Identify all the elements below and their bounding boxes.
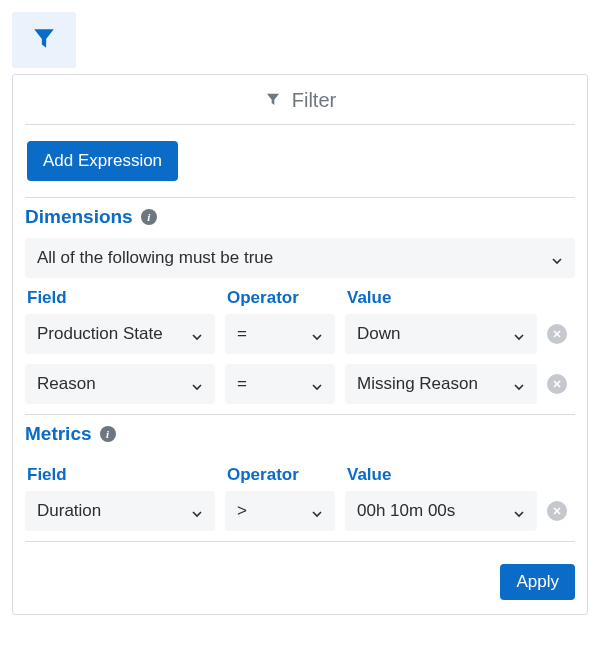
- divider: [25, 414, 575, 415]
- operator-value: =: [237, 374, 247, 394]
- col-field: Field: [25, 278, 215, 314]
- col-value: Value: [345, 278, 537, 314]
- info-icon[interactable]: i: [100, 426, 116, 442]
- chevron-down-icon: [191, 328, 203, 340]
- remove-row-button[interactable]: [547, 374, 567, 394]
- dimensions-condition-select[interactable]: All of the following must be true: [25, 238, 575, 278]
- operator-value: =: [237, 324, 247, 344]
- divider: [25, 541, 575, 542]
- chevron-down-icon: [513, 378, 525, 390]
- field-value: Reason: [37, 374, 96, 394]
- chevron-down-icon: [191, 378, 203, 390]
- info-icon[interactable]: i: [141, 209, 157, 225]
- remove-row-button[interactable]: [547, 324, 567, 344]
- value-select[interactable]: Down: [345, 314, 537, 354]
- metric-row: Duration > 00h 10m 00s: [25, 491, 575, 531]
- dimensions-column-headers: Field Operator Value: [25, 278, 575, 314]
- value-value: Down: [357, 324, 400, 344]
- field-select[interactable]: Reason: [25, 364, 215, 404]
- operator-select[interactable]: =: [225, 314, 335, 354]
- value-select[interactable]: 00h 10m 00s: [345, 491, 537, 531]
- apply-button[interactable]: Apply: [500, 564, 575, 600]
- operator-select[interactable]: >: [225, 491, 335, 531]
- add-expression-wrap: Add Expression: [25, 125, 575, 189]
- add-expression-button[interactable]: Add Expression: [27, 141, 178, 181]
- remove-row-button[interactable]: [547, 501, 567, 521]
- filter-tab[interactable]: [12, 12, 76, 68]
- close-icon: [552, 325, 562, 343]
- chevron-down-icon: [513, 505, 525, 517]
- field-value: Duration: [37, 501, 101, 521]
- col-operator: Operator: [225, 278, 335, 314]
- metrics-column-headers: Field Operator Value: [25, 455, 575, 491]
- filter-panel: Filter Add Expression Dimensions i All o…: [12, 74, 588, 615]
- dimensions-condition-label: All of the following must be true: [37, 248, 273, 268]
- panel-title: Filter: [292, 89, 336, 112]
- chevron-down-icon: [551, 252, 563, 264]
- dimension-row: Production State = Down: [25, 314, 575, 354]
- divider: [25, 197, 575, 198]
- chevron-down-icon: [311, 328, 323, 340]
- col-operator: Operator: [225, 455, 335, 491]
- operator-select[interactable]: =: [225, 364, 335, 404]
- value-value: Missing Reason: [357, 374, 478, 394]
- metrics-section: Metrics i Field Operator Value Duration …: [25, 423, 575, 531]
- metrics-title-row: Metrics i: [25, 423, 575, 445]
- filter-icon: [30, 25, 58, 55]
- value-select[interactable]: Missing Reason: [345, 364, 537, 404]
- field-select[interactable]: Duration: [25, 491, 215, 531]
- metrics-title: Metrics: [25, 423, 92, 445]
- dimensions-title-row: Dimensions i: [25, 206, 575, 228]
- panel-footer: Apply: [25, 550, 575, 600]
- chevron-down-icon: [311, 505, 323, 517]
- col-field: Field: [25, 455, 215, 491]
- dimensions-section: Dimensions i All of the following must b…: [25, 206, 575, 404]
- operator-value: >: [237, 501, 247, 521]
- field-value: Production State: [37, 324, 163, 344]
- dimension-row: Reason = Missing Reason: [25, 364, 575, 404]
- value-value: 00h 10m 00s: [357, 501, 455, 521]
- chevron-down-icon: [311, 378, 323, 390]
- panel-header: Filter: [25, 81, 575, 125]
- col-value: Value: [345, 455, 537, 491]
- chevron-down-icon: [513, 328, 525, 340]
- chevron-down-icon: [191, 505, 203, 517]
- field-select[interactable]: Production State: [25, 314, 215, 354]
- filter-icon: [264, 89, 282, 112]
- close-icon: [552, 375, 562, 393]
- close-icon: [552, 502, 562, 520]
- dimensions-title: Dimensions: [25, 206, 133, 228]
